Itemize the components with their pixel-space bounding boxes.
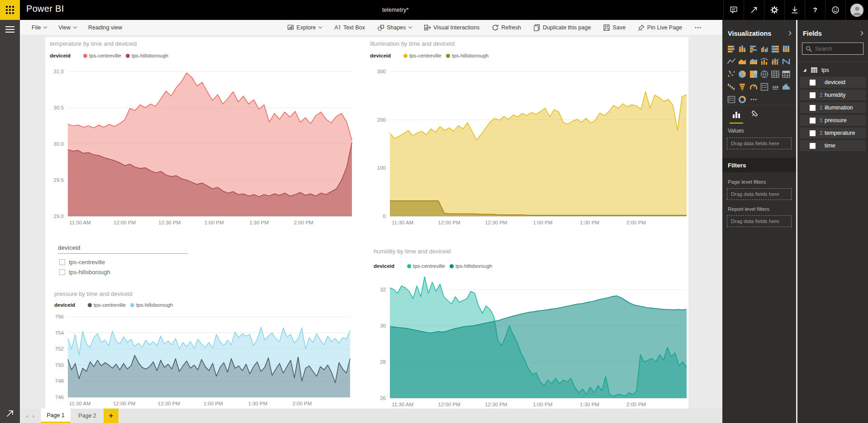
menu-reading-view[interactable]: Reading view [88, 24, 122, 31]
viz-icon-treemap[interactable] [748, 69, 759, 80]
viz-icon-clustered-column[interactable] [759, 43, 770, 54]
viz-icon-stacked-column[interactable] [737, 43, 748, 54]
tab-fields[interactable] [729, 109, 744, 120]
checkbox[interactable] [59, 269, 65, 275]
next-page-arrow[interactable]: › [31, 413, 36, 419]
avatar[interactable] [845, 0, 868, 20]
viz-icon-kpi[interactable]: 42 [781, 81, 792, 92]
slicer-deviceid[interactable]: deviceid tps-centreville tps-hillsboroug… [47, 241, 192, 284]
viz-icon-stacked-bar[interactable] [726, 43, 737, 54]
field-name: humidity [825, 92, 846, 98]
report-toolbar: FileViewReading view ExploreAText BoxSha… [20, 20, 722, 35]
viz-icon-donut[interactable] [737, 94, 748, 105]
viz-icon-funnel[interactable] [737, 81, 748, 92]
viz-icon-map[interactable] [759, 69, 770, 80]
menu-label: View [58, 24, 71, 31]
page-filters-dropzone[interactable]: Drag data fields here [727, 188, 792, 200]
collapse-visualizations-chevron-icon[interactable] [787, 31, 792, 36]
field-name: temperature [825, 130, 855, 136]
viz-icon-slicer[interactable] [759, 81, 770, 92]
svg-text:11:30 AM: 11:30 AM [69, 220, 91, 225]
viz-icon-pie[interactable] [737, 69, 748, 80]
field-time[interactable]: time [800, 140, 866, 151]
viz-icon-waterfall[interactable] [726, 81, 737, 92]
app-title: Power BI [26, 4, 64, 14]
pin-live-page-button[interactable]: Pin Live Page [638, 24, 682, 31]
help-icon[interactable]: ? [805, 0, 825, 20]
menu-hamburger-icon[interactable] [5, 26, 14, 33]
visual-humidity[interactable]: humidity by time and deviceiddeviceidtps… [366, 245, 688, 408]
menu-file[interactable]: File [32, 24, 47, 31]
filters-title: Filters [728, 162, 746, 169]
left-sidebar [0, 20, 20, 423]
svg-text:100: 100 [377, 165, 386, 171]
field-pressure[interactable]: Σ pressure [800, 115, 866, 126]
viz-icon-bar-100[interactable] [770, 43, 781, 54]
chevron-down-icon [408, 24, 412, 28]
field-checkbox[interactable] [810, 118, 816, 124]
shapes-button[interactable]: Shapes [377, 24, 412, 31]
viz-icon-scatter[interactable] [726, 69, 737, 80]
viz-icon-matrix[interactable] [781, 69, 792, 80]
download-icon[interactable] [784, 0, 805, 20]
viz-icon-line-stacked-column[interactable] [770, 56, 781, 67]
duplicate-this-page-button[interactable]: Duplicate this page [533, 24, 591, 31]
page-tab-page-1[interactable]: Page 1 [41, 409, 71, 423]
table-node-tps[interactable]: tps [802, 67, 829, 73]
menu-label: Refresh [501, 24, 521, 31]
values-dropzone[interactable]: Drag data fields here [727, 138, 792, 149]
viz-icon-line-column[interactable] [759, 56, 770, 67]
visual-pressure[interactable]: pressure by time and deviceiddeviceidtps… [47, 289, 357, 408]
page-tab-page-2[interactable]: Page 2 [72, 409, 102, 423]
field-checkbox[interactable] [810, 130, 816, 136]
visual-interactions-button[interactable]: Visual Interactions [424, 24, 479, 31]
viz-icon-gauge[interactable] [748, 81, 759, 92]
field-checkbox[interactable] [810, 105, 816, 111]
add-page-button[interactable]: + [104, 409, 119, 423]
app-launcher-button[interactable] [0, 0, 20, 20]
visual-illumination[interactable]: illumination by time and deviceiddevicei… [366, 38, 688, 233]
viz-icon-table[interactable] [770, 69, 781, 80]
settings-icon[interactable] [764, 0, 784, 20]
viz-icon-card[interactable]: 123 [770, 81, 781, 92]
viz-icon-line[interactable] [726, 56, 737, 67]
field-illumination[interactable]: Σ illumination [800, 102, 866, 113]
field-name: deviceid [825, 79, 845, 86]
field-checkbox[interactable] [810, 143, 816, 149]
refresh-button[interactable]: Refresh [492, 24, 521, 31]
feedback-icon[interactable] [825, 0, 845, 20]
search-input[interactable] [814, 45, 859, 52]
expand-arrow-icon[interactable] [5, 409, 15, 418]
sigma-icon: Σ [818, 130, 825, 136]
svg-text:1:30 PM: 1:30 PM [248, 401, 268, 406]
viz-icon-area[interactable] [737, 56, 748, 67]
viz-icon-clustered-bar[interactable] [748, 43, 759, 54]
checkbox[interactable] [59, 259, 65, 265]
more-button[interactable] [694, 24, 704, 31]
svg-text:12:00 PM: 12:00 PM [438, 220, 460, 225]
chevron-down-icon [73, 24, 77, 28]
tab-format[interactable] [747, 109, 762, 120]
prev-page-arrow[interactable]: ‹ [24, 413, 30, 419]
visual-temperature[interactable]: temperature by time and deviceiddeviceid… [47, 38, 357, 233]
expand-triangle-icon[interactable] [802, 67, 807, 73]
viz-icon-more[interactable] [748, 94, 759, 105]
field-deviceid[interactable]: deviceid [800, 77, 866, 88]
save-button[interactable]: Save [603, 24, 626, 31]
chart-plot: 3230282611:30 AM12:00 PM12:30 PM1:00 PM1… [366, 245, 688, 408]
field-humidity[interactable]: Σ humidity [800, 90, 866, 100]
collapse-fields-chevron-icon[interactable] [859, 31, 863, 36]
text-box-button[interactable]: AText Box [334, 24, 365, 31]
report-filters-dropzone[interactable]: Drag data fields here [727, 215, 792, 227]
fullscreen-icon[interactable] [744, 0, 764, 20]
comments-icon[interactable] [723, 0, 744, 20]
viz-icon-column-100[interactable] [781, 43, 792, 54]
explore-button[interactable]: Explore [287, 24, 322, 31]
viz-icon-multirow-card[interactable] [726, 94, 737, 105]
viz-icon-ribbon[interactable] [781, 56, 792, 67]
menu-view[interactable]: View [58, 24, 76, 31]
field-temperature[interactable]: Σ temperature [800, 128, 866, 138]
viz-icon-stacked-area[interactable] [748, 56, 759, 67]
field-checkbox[interactable] [810, 80, 816, 86]
field-checkbox[interactable] [810, 92, 816, 98]
